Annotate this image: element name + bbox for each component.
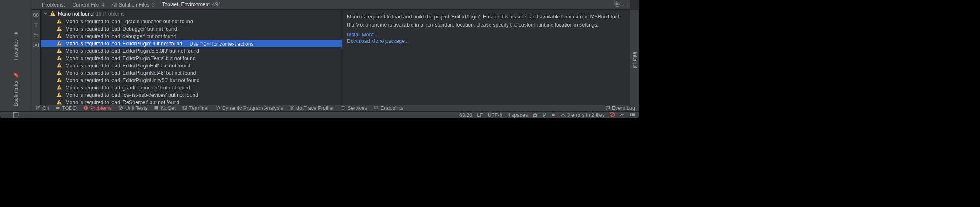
encoding[interactable]: UTF-8 [488,112,502,118]
warning-icon [56,48,62,55]
svg-point-35 [36,108,38,109]
svg-rect-9 [52,14,53,15]
svg-rect-16 [59,42,59,44]
error-count[interactable]: 3 errors in 2 files [561,112,605,118]
warning-icon [56,92,62,99]
problem-item[interactable]: Mono is required to load 'ReSharper' but… [41,99,342,105]
tab-toolset-environment[interactable]: Toolset, Environment 494 [162,0,221,9]
svg-line-52 [611,113,614,116]
svg-rect-19 [59,51,59,52]
svg-rect-53 [630,113,631,116]
warning-icon [56,18,62,25]
warning-icon [56,85,62,91]
line-ending[interactable]: LF [477,112,483,118]
problem-item[interactable]: Mono is required to load 'Debugger' but … [41,25,342,33]
problem-item[interactable]: Mono is required to load 'EditorPluginUn… [41,77,342,84]
gear-icon[interactable] [614,1,620,8]
no-entry-icon[interactable] [610,112,615,118]
caret-position[interactable]: 63:20 [459,112,472,118]
unit-tests-tool[interactable]: Unit Tests [118,105,148,111]
problems-label: Problems: [42,2,65,8]
problems-tool[interactable]: Problems [83,105,112,111]
inspection-icon[interactable] [620,112,625,118]
problem-text: Mono is required to load '_gradle-launch… [65,19,193,24]
services-tool[interactable]: Services [341,105,367,111]
tool-window-icon[interactable] [13,112,19,119]
internal-tool[interactable]: Internal [632,52,638,68]
warning-icon [56,33,62,40]
problem-item[interactable]: Mono is required to load 'EditorPluginNe… [41,69,342,77]
svg-rect-22 [59,64,59,66]
svg-rect-5 [34,33,38,37]
minimize-icon[interactable]: — [623,1,628,8]
svg-marker-46 [341,106,345,109]
eye-icon[interactable] [33,12,39,18]
dpa-tool[interactable]: Dynamic Program Analysis [215,105,283,111]
profiler-icon [290,105,294,111]
install-mono-link[interactable]: Install Mono... [347,32,626,38]
svg-rect-14 [59,35,59,36]
svg-rect-26 [59,79,59,80]
readonly-icon[interactable] [532,112,537,118]
svg-rect-54 [632,113,633,116]
warning-icon [56,70,62,77]
svg-rect-15 [59,37,59,37]
terminal-tool[interactable]: Terminal [182,105,208,111]
svg-point-44 [290,106,294,109]
context-actions-hint: Use ⌥⏎ for context actions [189,41,254,47]
endpoints-tool[interactable]: Endpoints [374,105,403,111]
problem-detail-panel: Mono is required to load and build the p… [342,10,630,105]
problem-text: Mono is required to load 'EditorPluginFu… [65,63,190,69]
warning-icon [56,62,62,69]
widescreen-icon[interactable] [630,112,635,118]
problem-text: Mono is required to load 'gradle-launche… [65,85,190,91]
expand-icon[interactable] [33,32,39,38]
warning-icon [56,26,62,33]
problem-item[interactable]: Mono is required to load 'EditorPlugin' … [41,40,342,47]
problem-group[interactable]: Mono not found 18 Problems [41,10,342,18]
bookmarks-tool[interactable]: Bookmarks 🔖 [13,72,19,107]
download-mono-link[interactable]: Download Mono package... [347,38,626,44]
error-icon [83,105,88,111]
detail-line1: Mono is required to load and build the p… [347,13,626,20]
endpoints-icon [374,105,379,111]
problem-text: Mono is required to load 'EditorPlugin.5… [65,48,199,54]
git-tool[interactable]: Git [36,105,49,111]
warning-icon [56,77,62,84]
svg-rect-39 [85,109,86,109]
svg-rect-29 [59,88,59,89]
problem-item[interactable]: Mono is required to load 'EditorPlugin.T… [41,55,342,62]
problem-item[interactable]: Mono is required to load 'EditorPluginFu… [41,62,342,69]
problem-text: Mono is required to load 'ios-list-usb-d… [65,92,198,98]
problem-item[interactable]: Mono is required to load '_gradle-launch… [41,18,342,25]
problem-item[interactable]: Mono is required to load 'gradle-launche… [41,84,342,91]
indent[interactable]: 4 spaces [507,112,528,118]
dottrace-tool[interactable]: dotTrace Profiler [290,105,334,111]
event-log-tool[interactable]: Event Log [605,105,635,111]
problem-text: Mono is required to load 'EditorPluginNe… [65,70,196,76]
notification-icon[interactable] [551,112,556,118]
services-icon [341,105,345,111]
tab-current-file[interactable]: Current File 4 [72,0,104,9]
star-icon: ★ [13,31,19,37]
svg-rect-28 [59,86,59,88]
svg-rect-38 [85,106,86,108]
svg-rect-8 [52,12,53,14]
svg-rect-42 [183,106,187,109]
group-count: 18 Problems [96,11,125,17]
todo-tool[interactable]: ≣TODO [56,105,77,111]
problem-text: Mono is required to load 'debugger' but … [65,33,176,39]
camera-icon[interactable] [33,42,39,47]
dpa-icon [215,105,220,111]
problem-item[interactable]: Mono is required to load 'EditorPlugin.5… [41,47,342,55]
problem-item[interactable]: Mono is required to load 'ios-list-usb-d… [41,91,342,99]
svg-rect-41 [155,106,158,109]
favorites-tool[interactable]: Favorites ★ [13,31,19,60]
nuget-tool[interactable]: NuGet [154,105,176,111]
tab-all-solution-files[interactable]: All Solution Files 3 [112,0,155,9]
svg-point-50 [552,114,555,116]
vim-icon[interactable]: V [542,112,546,118]
svg-rect-12 [59,27,59,29]
problem-item[interactable]: Mono is required to load 'debugger' but … [41,33,342,40]
filter-icon[interactable] [33,22,39,28]
